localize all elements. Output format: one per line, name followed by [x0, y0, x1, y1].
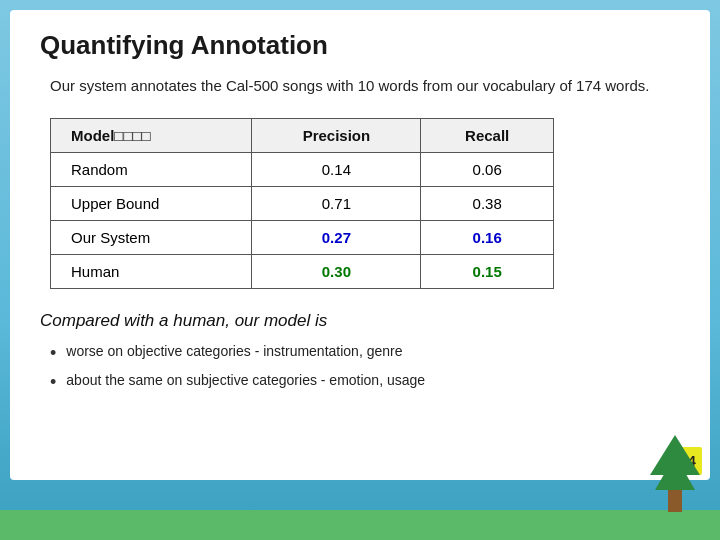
table-wrapper: Model□□□□ Precision Recall Random 0.14 0…: [40, 118, 680, 289]
model-name: Upper Bound: [51, 186, 252, 220]
precision-value: 0.71: [252, 186, 421, 220]
model-name: Our System: [51, 220, 252, 254]
table-body: Random 0.14 0.06 Upper Bound 0.71 0.38 O…: [51, 152, 554, 288]
table-row: Human 0.30 0.15: [51, 254, 554, 288]
comparison-title: Compared with a human, our model is: [40, 311, 680, 331]
precision-value: 0.14: [252, 152, 421, 186]
recall-value: 0.06: [421, 152, 554, 186]
table-row: Upper Bound 0.71 0.38: [51, 186, 554, 220]
recall-value: 0.38: [421, 186, 554, 220]
slide-description: Our system annotates the Cal-500 songs w…: [40, 75, 680, 98]
model-name: Human: [51, 254, 252, 288]
recall-value-highlighted: 0.16: [421, 220, 554, 254]
bullet-icon: •: [50, 372, 56, 394]
tree-trunk: [668, 490, 682, 512]
col-header-model: Model□□□□: [51, 118, 252, 152]
table-row: Random 0.14 0.06: [51, 152, 554, 186]
precision-value-highlighted: 0.27: [252, 220, 421, 254]
ground-decoration: [0, 510, 720, 540]
bullet-text: about the same on subjective categories …: [66, 372, 425, 388]
slide-title: Quantifying Annotation: [40, 30, 680, 61]
bullet-icon: •: [50, 343, 56, 365]
model-name: Random: [51, 152, 252, 186]
list-item: • worse on objective categories - instru…: [50, 343, 680, 365]
bullet-text: worse on objective categories - instrume…: [66, 343, 402, 359]
bullet-list: • worse on objective categories - instru…: [40, 343, 680, 394]
results-table: Model□□□□ Precision Recall Random 0.14 0…: [50, 118, 554, 289]
precision-value-green: 0.30: [252, 254, 421, 288]
col-header-recall: Recall: [421, 118, 554, 152]
table-row: Our System 0.27 0.16: [51, 220, 554, 254]
recall-value-green: 0.15: [421, 254, 554, 288]
col-header-precision: Precision: [252, 118, 421, 152]
list-item: • about the same on subjective categorie…: [50, 372, 680, 394]
slide-container: Quantifying Annotation Our system annota…: [10, 10, 710, 480]
tree-decoration: [650, 435, 700, 512]
tree-mid: [655, 455, 695, 490]
